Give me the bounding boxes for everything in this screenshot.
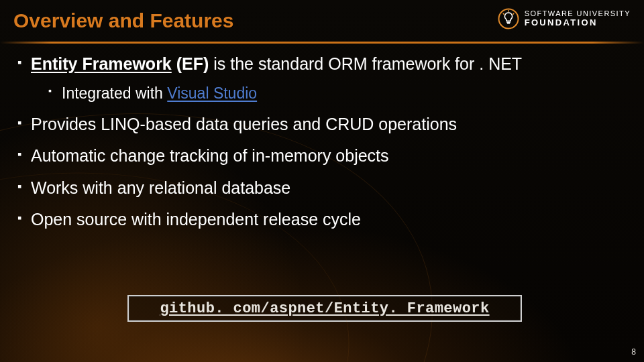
text-segment: Integrated with bbox=[62, 84, 167, 102]
repo-link-text[interactable]: github. com/aspnet/Entity. Framework bbox=[160, 300, 489, 317]
svg-point-0 bbox=[498, 9, 518, 29]
bullet-item: Provides LINQ-based data queries and CRU… bbox=[16, 114, 628, 135]
sub-bullet-list: Integrated with Visual Studio bbox=[31, 84, 628, 103]
title-underline bbox=[0, 42, 644, 44]
text-segment: Open source with independent release cyc… bbox=[31, 210, 361, 229]
bullet-item: Entity Framework (EF) is the standard OR… bbox=[16, 54, 628, 103]
svg-rect-1 bbox=[506, 22, 511, 23]
slide-title: Overview and Features bbox=[13, 9, 233, 32]
repo-link-box[interactable]: github. com/aspnet/Entity. Framework bbox=[127, 295, 522, 322]
logo-line2: FOUNDATION bbox=[525, 18, 631, 27]
bullet-item: Works with any relational database bbox=[16, 178, 628, 198]
text-segment: Entity Framework bbox=[31, 54, 172, 73]
text-segment: Provides LINQ-based data queries and CRU… bbox=[31, 115, 457, 133]
svg-rect-2 bbox=[506, 23, 509, 24]
text-segment: (EF) bbox=[172, 54, 209, 73]
svg-line-5 bbox=[502, 13, 504, 15]
slide: Overview and Features SOFTWARE UNIVERSIT… bbox=[0, 0, 644, 362]
text-segment: Works with any relational database bbox=[31, 178, 290, 197]
page-number: 8 bbox=[631, 347, 636, 357]
text-segment: is the standard ORM framework for . NET bbox=[209, 54, 522, 73]
logo-text: SOFTWARE UNIVERSITY FOUNDATION bbox=[525, 10, 631, 27]
sub-bullet-item: Integrated with Visual Studio bbox=[48, 84, 628, 103]
content-area: Entity Framework (EF) is the standard OR… bbox=[16, 54, 628, 241]
text-link[interactable]: Visual Studio bbox=[167, 84, 257, 102]
bullet-item: Automatic change tracking of in-memory o… bbox=[16, 145, 628, 166]
lightbulb-icon bbox=[498, 8, 519, 29]
text-segment: Automatic change tracking of in-memory o… bbox=[31, 146, 389, 165]
title-row: Overview and Features SOFTWARE UNIVERSIT… bbox=[13, 9, 631, 32]
svg-line-4 bbox=[513, 13, 514, 15]
bullet-list: Entity Framework (EF) is the standard OR… bbox=[16, 54, 628, 230]
bullet-item: Open source with independent release cyc… bbox=[16, 209, 628, 230]
logo: SOFTWARE UNIVERSITY FOUNDATION bbox=[498, 8, 631, 29]
